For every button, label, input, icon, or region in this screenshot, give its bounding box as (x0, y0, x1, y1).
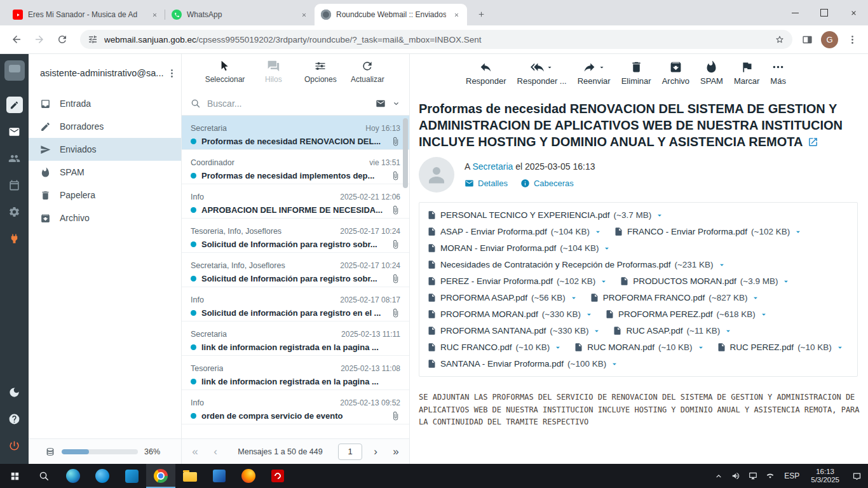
taskbar-file-explorer[interactable] (175, 464, 205, 488)
unread-dot[interactable] (191, 379, 196, 384)
taskbar-word[interactable] (205, 464, 234, 488)
attachment-name[interactable]: RUC PEREZ.pdf (730, 342, 794, 352)
unread-dot[interactable] (191, 241, 196, 247)
message-row-1[interactable]: SecretariaHoy 16:13 Proformas de necesid… (182, 116, 409, 150)
attachment-item[interactable]: PERSONAL TECNICO Y EXPERIENCIA.pdf(~3.7 … (427, 210, 664, 220)
tab-close-icon[interactable] (451, 10, 462, 20)
attachment-item[interactable]: FRANCO - Enviar Proforma.pdf(~102 KB) (614, 226, 803, 237)
reload-button[interactable] (52, 29, 72, 50)
attachment-menu-caret-icon[interactable] (553, 343, 562, 352)
unread-dot[interactable] (191, 207, 196, 213)
attachment-item[interactable]: Necesidades de Contratación y Recepción … (427, 259, 726, 270)
webmail-logo[interactable] (4, 60, 25, 81)
list-scrollbar-thumb[interactable] (403, 118, 408, 188)
attachment-item[interactable]: PEREZ - Enviar Proforma.pdf(~102 KB) (427, 276, 608, 287)
tab-close-icon[interactable] (149, 10, 160, 20)
unread-dot[interactable] (191, 139, 196, 144)
message-row-6[interactable]: Info2025-02-17 08:17 Solicitud de inform… (182, 287, 409, 322)
archive-button[interactable]: Archivo (662, 60, 689, 86)
hidden-icons-button[interactable] (710, 464, 727, 488)
folder-enviados[interactable]: Enviados (29, 138, 181, 161)
message-row-8[interactable]: Tesoreria2025-02-13 11:08 link de inform… (182, 356, 409, 390)
attachment-name[interactable]: PERSONAL TECNICO Y EXPERIENCIA.pdf (440, 210, 610, 220)
refresh-button[interactable]: Actualizar (349, 60, 386, 92)
start-button[interactable] (0, 464, 29, 488)
attachment-name[interactable]: PROFORMA SANTANA.pdf (440, 326, 546, 336)
attachment-name[interactable]: PROFORMA MORAN.pdf (440, 309, 538, 319)
compose-button[interactable] (0, 92, 29, 118)
attachment-menu-caret-icon[interactable] (724, 327, 733, 336)
nav-settings-button[interactable] (0, 198, 29, 225)
attachment-name[interactable]: PEREZ - Enviar Proforma.pdf (440, 276, 553, 286)
unread-dot[interactable] (191, 413, 196, 419)
taskbar-clock[interactable]: 16:13 5/3/2025 (805, 468, 845, 485)
network-button[interactable] (761, 464, 778, 488)
last-page-button[interactable]: » (389, 446, 403, 457)
omnibox[interactable]: webmail.sanjuan.gob.ec/cpsess9955019202/… (80, 30, 792, 49)
attachment-menu-caret-icon[interactable] (794, 227, 803, 236)
attachment-item[interactable]: PRODUCTOS MORAN.pdf(~3.9 MB) (620, 276, 790, 287)
browser-tab-roundcube[interactable]: Roundcube Webmail :: Enviados (315, 4, 467, 25)
attachment-name[interactable]: RUC MORAN.pdf (587, 342, 654, 352)
help-button[interactable] (0, 405, 29, 432)
details-link[interactable]: Detalles (465, 179, 508, 188)
maximize-button[interactable] (810, 0, 839, 25)
message-row-10[interactable]: Info2025-02-12 14:04 (182, 424, 409, 438)
attachment-menu-caret-icon[interactable] (602, 244, 611, 253)
attachment-item[interactable]: PROFORMA MORAN.pdf(~330 KB) (427, 309, 593, 320)
attachment-item[interactable]: RUC MORAN.pdf(~10 KB) (574, 342, 705, 353)
page-number-input[interactable] (338, 444, 362, 460)
bookmark-star-icon[interactable] (775, 34, 785, 44)
tab-close-icon[interactable] (299, 10, 309, 20)
browser-menu-button[interactable] (843, 30, 862, 49)
options-button[interactable]: Opciones (302, 60, 339, 92)
dropdown-caret-icon[interactable] (546, 64, 553, 71)
taskbar-acrobat[interactable] (263, 464, 292, 488)
attachment-item[interactable]: PROFORMA PEREZ.pdf(~618 KB) (605, 309, 768, 320)
taskbar-edge[interactable] (58, 464, 88, 488)
side-panel-button[interactable] (797, 30, 817, 49)
delete-button[interactable]: Eliminar (621, 60, 651, 86)
search-options-chevron-icon[interactable] (392, 100, 400, 108)
site-info-icon[interactable] (88, 34, 98, 44)
nav-calendar-button[interactable] (0, 172, 29, 198)
attachment-menu-caret-icon[interactable] (836, 343, 844, 352)
taskbar-skype[interactable] (88, 464, 117, 488)
first-page-button[interactable]: « (188, 446, 202, 457)
nav-mail-button[interactable] (0, 118, 29, 145)
attachment-name[interactable]: SANTANA - Enviar Proforma.pdf (440, 359, 564, 369)
nav-contacts-button[interactable] (0, 145, 29, 172)
taskbar-outlook[interactable] (117, 464, 146, 488)
back-button[interactable] (6, 29, 27, 50)
attachment-item[interactable]: SANTANA - Enviar Proforma.pdf(~100 KB) (427, 358, 619, 369)
prev-page-button[interactable]: ‹ (208, 446, 222, 457)
attachment-item[interactable]: PROFORMA FRANCO.pdf(~827 KB) (590, 292, 761, 303)
new-tab-button[interactable] (472, 5, 490, 23)
attachment-item[interactable]: RUC PEREZ.pdf(~10 KB) (717, 342, 844, 353)
next-page-button[interactable]: › (369, 446, 383, 457)
folder-papelera[interactable]: Papelera (29, 184, 181, 207)
folder-entrada[interactable]: Entrada (29, 92, 181, 115)
attachment-menu-caret-icon[interactable] (610, 360, 619, 369)
open-in-new-window-icon[interactable] (808, 137, 818, 147)
reply-button[interactable]: Responder (466, 60, 506, 86)
recipient-link[interactable]: Secretaria (472, 161, 513, 172)
message-row-7[interactable]: Secretaria2025-02-13 11:11 link de infor… (182, 322, 409, 356)
language-indicator[interactable]: ESP (778, 471, 805, 480)
taskbar-firefox[interactable] (234, 464, 263, 488)
browser-tab-youtube[interactable]: Eres Mi Sanador - Musica de Ad (6, 4, 165, 25)
display-button[interactable] (744, 464, 761, 488)
attachment-name[interactable]: RUC ASAP.pdf (626, 326, 682, 336)
attachment-menu-caret-icon[interactable] (569, 294, 578, 302)
attachment-menu-caret-icon[interactable] (592, 327, 601, 336)
notification-center-button[interactable] (845, 464, 868, 488)
taskbar-chrome[interactable] (146, 464, 175, 488)
search-input[interactable] (207, 98, 369, 109)
attachment-name[interactable]: MORAN - Enviar Proforma.pdf (440, 243, 556, 253)
forward-button-mail[interactable]: Reenviar (578, 60, 611, 86)
search-scope-envelope-icon[interactable] (376, 98, 386, 109)
unread-dot[interactable] (191, 344, 196, 350)
attachment-menu-caret-icon[interactable] (717, 261, 726, 269)
attachment-item[interactable]: MORAN - Enviar Proforma.pdf(~104 KB) (427, 243, 611, 254)
folder-borradores[interactable]: Borradores (29, 115, 181, 138)
